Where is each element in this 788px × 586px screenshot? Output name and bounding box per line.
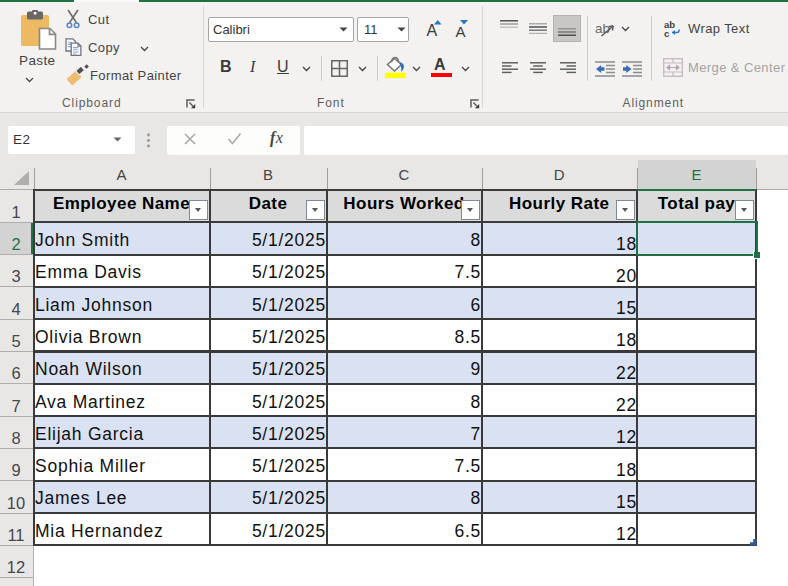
svg-text:c: c: [664, 28, 669, 39]
svg-text:ab: ab: [595, 21, 610, 36]
